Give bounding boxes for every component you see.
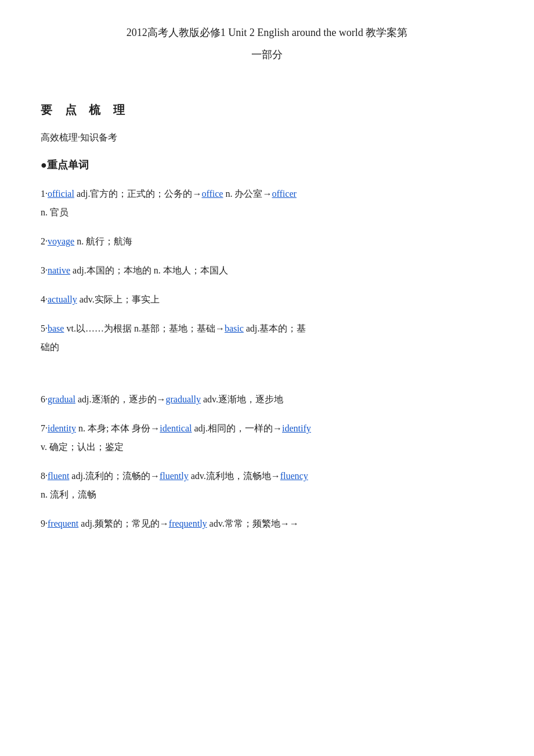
- item-number: 3·: [41, 265, 48, 275]
- vocab-item: 8·fluent adj.流利的；流畅的→fluently adv.流利地，流畅…: [41, 467, 493, 504]
- word-link[interactable]: identify: [282, 423, 311, 433]
- spacer-1: [41, 367, 493, 390]
- word-link[interactable]: official: [48, 189, 74, 199]
- item-text1: adj.流利的；流畅的→: [69, 471, 160, 481]
- item-number: 1·: [41, 189, 48, 199]
- item-text1: adj.官方的；正式的；公务的→: [74, 189, 202, 199]
- item-text1: n. 航行；航海: [74, 236, 132, 246]
- continuation-text: n. 流利，流畅: [41, 489, 96, 499]
- item-text2: adj.基本的；基: [244, 323, 306, 333]
- title-line2: 一部分: [41, 45, 493, 64]
- bullet-heading: ●重点单词: [41, 156, 493, 174]
- word-link[interactable]: voyage: [48, 236, 74, 246]
- item-text2: adv.逐渐地，逐步地: [201, 394, 283, 404]
- word-link[interactable]: fluency: [280, 471, 308, 481]
- sub-heading: 高效梳理·知识备考: [41, 129, 493, 146]
- vocab-item: 3·native adj.本国的；本地的 n. 本地人；本国人: [41, 261, 493, 280]
- word-link[interactable]: fluent: [48, 471, 69, 481]
- item-text1: adj.本国的；本地的 n. 本地人；本国人: [70, 265, 228, 275]
- vocab-item: 1·official adj.官方的；正式的；公务的→office n. 办公室…: [41, 185, 493, 222]
- vocab-list-1: 1·official adj.官方的；正式的；公务的→office n. 办公室…: [41, 185, 493, 357]
- title-line1: 2012高考人教版必修1 Unit 2 English around the w…: [41, 23, 493, 42]
- word-link[interactable]: frequent: [48, 519, 78, 528]
- vocab-item: 5·base vt.以……为根据 n.基部；基地；基础→basic adj.基本…: [41, 319, 493, 357]
- item-text1: adj.逐渐的，逐步的→: [75, 394, 166, 404]
- vocab-list-2: 6·gradual adj.逐渐的，逐步的→gradually adv.逐渐地，…: [41, 390, 493, 533]
- item-number: 4·: [41, 294, 48, 304]
- continuation-text: v. 确定；认出；鉴定: [41, 442, 124, 452]
- trailing-arrow: →: [290, 519, 299, 528]
- word-link[interactable]: fluently: [160, 471, 189, 481]
- word-link[interactable]: basic: [225, 323, 244, 333]
- item-text2: adv.流利地，流畅地→: [189, 471, 280, 481]
- item-text2: n. 办公室→: [223, 189, 272, 199]
- vocab-item: 6·gradual adj.逐渐的，逐步的→gradually adv.逐渐地，…: [41, 390, 493, 409]
- word-link[interactable]: gradually: [166, 394, 201, 404]
- vocab-item: 4·actually adv.实际上；事实上: [41, 290, 493, 309]
- item-text1: vt.以……为根据 n.基部；基地；基础→: [64, 323, 224, 333]
- word-link[interactable]: native: [48, 265, 70, 275]
- item-number: 6·: [41, 394, 48, 404]
- item-text1: adj.频繁的；常见的→: [78, 519, 169, 528]
- title-block: 2012高考人教版必修1 Unit 2 English around the w…: [41, 23, 493, 64]
- word-link[interactable]: identity: [48, 423, 76, 433]
- vocab-item: 9·frequent adj.频繁的；常见的→frequently adv.常常…: [41, 514, 493, 533]
- word-link[interactable]: identical: [160, 423, 192, 433]
- word-link[interactable]: office: [201, 189, 223, 199]
- word-link[interactable]: base: [48, 323, 64, 333]
- continuation-text: 础的: [41, 342, 59, 352]
- continuation-text: n. 官员: [41, 207, 68, 217]
- word-link[interactable]: gradual: [48, 394, 75, 404]
- item-text1: adv.实际上；事实上: [77, 294, 160, 304]
- item-text1: n. 本身; 本体 身份→: [76, 423, 160, 433]
- item-number: 2·: [41, 236, 48, 246]
- item-number: 5·: [41, 323, 48, 333]
- word-link[interactable]: actually: [48, 294, 77, 304]
- word-link[interactable]: frequently: [169, 519, 207, 528]
- word-link[interactable]: officer: [272, 189, 296, 199]
- item-text2: adv.常常；频繁地→: [207, 519, 290, 528]
- item-number: 7·: [41, 423, 48, 433]
- item-text2: adj.相同的，一样的→: [192, 423, 282, 433]
- section-heading: 要 点 梳 理: [41, 99, 493, 120]
- item-number: 9·: [41, 519, 48, 528]
- vocab-item: 2·voyage n. 航行；航海: [41, 232, 493, 251]
- item-number: 8·: [41, 471, 48, 481]
- vocab-item: 7·identity n. 本身; 本体 身份→identical adj.相同…: [41, 419, 493, 456]
